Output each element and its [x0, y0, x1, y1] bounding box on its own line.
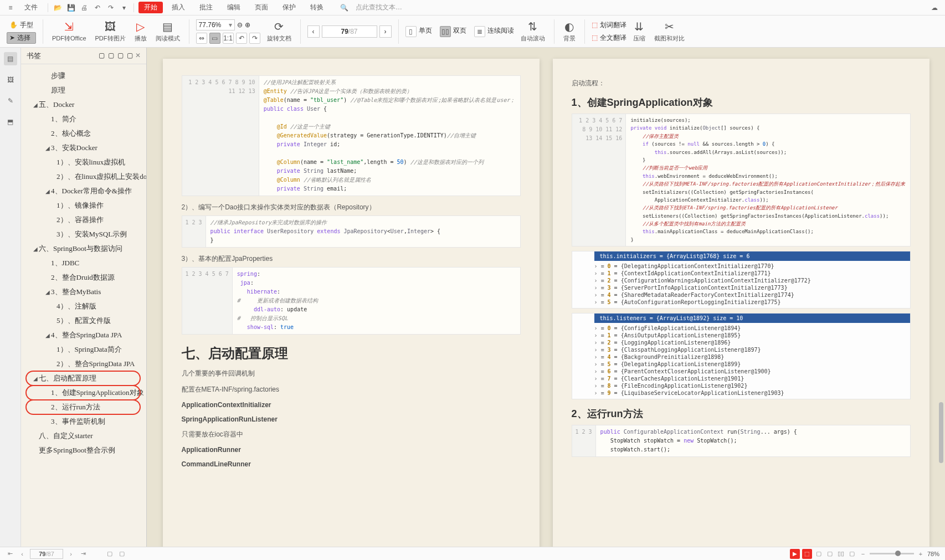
- first-page-icon[interactable]: ⇤: [6, 549, 14, 558]
- save-icon[interactable]: 💾: [66, 3, 76, 13]
- sidebar-item[interactable]: 1、创建SpringApplication对象: [23, 386, 144, 400]
- close-icon[interactable]: ✕: [135, 52, 141, 60]
- width-fit-icon[interactable]: ⇔: [196, 33, 207, 44]
- sidebar-item[interactable]: ◢4、Docker常用命令&操作: [23, 184, 144, 198]
- zoom-in[interactable]: +: [916, 549, 925, 558]
- double-page-label[interactable]: 双页: [453, 26, 466, 37]
- sidebar-item[interactable]: 1）、镜像操作: [23, 198, 144, 213]
- sidebar-item[interactable]: ◢六、SpringBoot与数据访问: [23, 242, 144, 256]
- thumbnail-strip-icon[interactable]: 🖼: [4, 73, 17, 86]
- sidebar-item[interactable]: 1）、SpringData简介: [23, 342, 144, 357]
- sidebar-item[interactable]: 4）、注解版: [23, 299, 144, 314]
- single-page-label[interactable]: 单页: [419, 26, 432, 37]
- sidebar-item[interactable]: 步骤: [23, 69, 144, 83]
- word-translate[interactable]: ⬚划词翻译: [592, 20, 626, 30]
- sidebar-item[interactable]: 2）、容器操作: [23, 213, 144, 227]
- menu-file[interactable]: 文件: [19, 3, 43, 12]
- sidebar-item[interactable]: 1）、安装linux虚拟机: [23, 155, 144, 169]
- sidebar-item[interactable]: ◢3、整合MyBatis: [23, 285, 144, 299]
- annotation-strip-icon[interactable]: ✎: [4, 94, 17, 107]
- hand-tool[interactable]: ✋手型: [7, 19, 36, 31]
- page-100-icon[interactable]: 1:1: [223, 33, 234, 44]
- bm-tool-1[interactable]: ▢: [99, 52, 105, 60]
- pdf-to-office[interactable]: ⇲PDF转Office: [50, 20, 89, 43]
- sidebar-item[interactable]: ◢七、启动配置原理: [23, 371, 144, 386]
- compress-btn[interactable]: ⇊压缩: [631, 20, 648, 43]
- sidebar-item[interactable]: 2、核心概念: [23, 126, 144, 141]
- zoom-out[interactable]: −: [859, 549, 867, 558]
- sidebar-item[interactable]: ◢3、安装Docker: [23, 141, 144, 155]
- sidebar-item[interactable]: 1、JDBC: [23, 256, 144, 270]
- cloud-icon[interactable]: ☁: [929, 3, 939, 13]
- bm-tool-3[interactable]: ▢: [117, 52, 124, 60]
- prev-page[interactable]: ‹: [307, 25, 320, 38]
- sidebar-item[interactable]: 3、事件监听机制: [23, 414, 144, 429]
- tab-annotate[interactable]: 批注: [194, 3, 218, 12]
- double-page-icon[interactable]: ▯▯: [440, 26, 451, 37]
- single-page-icon[interactable]: ▯: [405, 26, 417, 37]
- sidebar-item[interactable]: 2）、整合SpringData JPA: [23, 357, 144, 371]
- redo-icon[interactable]: ↷: [106, 3, 116, 13]
- view-mode-3-icon[interactable]: ▯▯: [836, 549, 845, 558]
- last-page-icon[interactable]: ⇥: [79, 549, 88, 558]
- tab-protect[interactable]: 保护: [277, 3, 301, 12]
- bm-tool-4[interactable]: ▢: [127, 52, 133, 60]
- sidebar-item[interactable]: 2、运行run方法: [23, 400, 144, 414]
- page-number-display[interactable]: 79/87: [322, 25, 377, 38]
- sidebar-item[interactable]: ◢五、Docker: [23, 97, 144, 112]
- view-mode-1-icon[interactable]: ▢: [814, 549, 823, 558]
- layout-1-icon[interactable]: ▢: [105, 549, 114, 558]
- bm-tool-2[interactable]: ▢: [108, 52, 114, 60]
- screenshot-compare[interactable]: ✂截图和对比: [652, 20, 687, 43]
- export-icon[interactable]: ▾: [119, 3, 129, 13]
- sidebar-item[interactable]: 2）、在linux虚拟机上安装docker: [23, 169, 144, 184]
- rotate-doc[interactable]: ⟳旋转文档: [265, 20, 294, 43]
- attachment-strip-icon[interactable]: ⬒: [4, 115, 17, 129]
- rotate-left-icon[interactable]: ↶: [236, 33, 247, 44]
- full-translate[interactable]: ⬚全文翻译: [592, 33, 626, 43]
- undo-icon[interactable]: ↶: [93, 3, 102, 13]
- next-page-icon[interactable]: ›: [66, 549, 75, 558]
- pdf-to-image[interactable]: 🖼PDF转图片: [93, 20, 128, 43]
- next-page[interactable]: ›: [379, 25, 392, 38]
- search-icon[interactable]: 🔍: [339, 3, 349, 13]
- print-icon[interactable]: 🖨: [79, 3, 89, 13]
- tab-insert[interactable]: 插入: [166, 3, 191, 12]
- sidebar-item[interactable]: ◢4、整合SpringData JPA: [23, 328, 144, 342]
- select-tool[interactable]: ➤选择: [7, 32, 36, 44]
- rotate-right-icon[interactable]: ↷: [249, 33, 260, 44]
- page-fit-icon[interactable]: ▭: [209, 33, 220, 44]
- read-mode[interactable]: ▤阅读模式: [153, 20, 182, 43]
- view-mode-4-icon[interactable]: ▢: [848, 549, 856, 558]
- sidebar-item[interactable]: 1、简介: [23, 112, 144, 126]
- zoom-level[interactable]: 77.76%▾: [196, 19, 235, 30]
- background-btn[interactable]: ◐背景: [561, 20, 578, 43]
- vertical-scrollbar[interactable]: [938, 48, 944, 547]
- sidebar-item[interactable]: 2、整合Druid数据源: [23, 270, 144, 285]
- continuous-icon[interactable]: ≣: [474, 26, 485, 37]
- tab-start[interactable]: 开始: [138, 2, 163, 13]
- sidebar-item[interactable]: 5）、配置文件版: [23, 314, 144, 328]
- open-icon[interactable]: 📂: [53, 3, 63, 13]
- view-mode-2-icon[interactable]: ▢: [825, 549, 834, 558]
- layout-2-icon[interactable]: ▢: [117, 549, 126, 558]
- app-menu-icon[interactable]: ≡: [6, 3, 16, 13]
- tab-edit[interactable]: 编辑: [222, 3, 246, 12]
- sidebar-item[interactable]: 更多SpringBoot整合示例: [23, 443, 144, 458]
- play-button[interactable]: ▷播放: [132, 20, 149, 43]
- search-placeholder[interactable]: 点此查找文本…: [356, 3, 402, 12]
- page-input[interactable]: 79/87: [30, 549, 63, 559]
- zoom-in-icon[interactable]: ⊕: [245, 21, 250, 29]
- red-action-2[interactable]: ⬚: [802, 549, 812, 559]
- zoom-out-icon[interactable]: ⊖: [237, 21, 243, 29]
- prev-page-icon[interactable]: ‹: [18, 549, 27, 558]
- sidebar-item[interactable]: 3）、安装MySQL示例: [23, 227, 144, 242]
- zoom-slider[interactable]: [870, 553, 914, 554]
- continuous-label[interactable]: 连续阅读: [487, 26, 514, 37]
- auto-scroll[interactable]: ⇅自动滚动: [518, 20, 547, 43]
- tab-convert[interactable]: 转换: [305, 3, 329, 12]
- bookmarks-strip-icon[interactable]: ▤: [4, 52, 17, 65]
- document-viewport[interactable]: 1 2 3 4 5 6 7 8 9 10 11 12 13//使用JPA注解配置…: [147, 48, 945, 547]
- sidebar-item[interactable]: 八、自定义starter: [23, 429, 144, 443]
- sidebar-item[interactable]: 原理: [23, 83, 144, 97]
